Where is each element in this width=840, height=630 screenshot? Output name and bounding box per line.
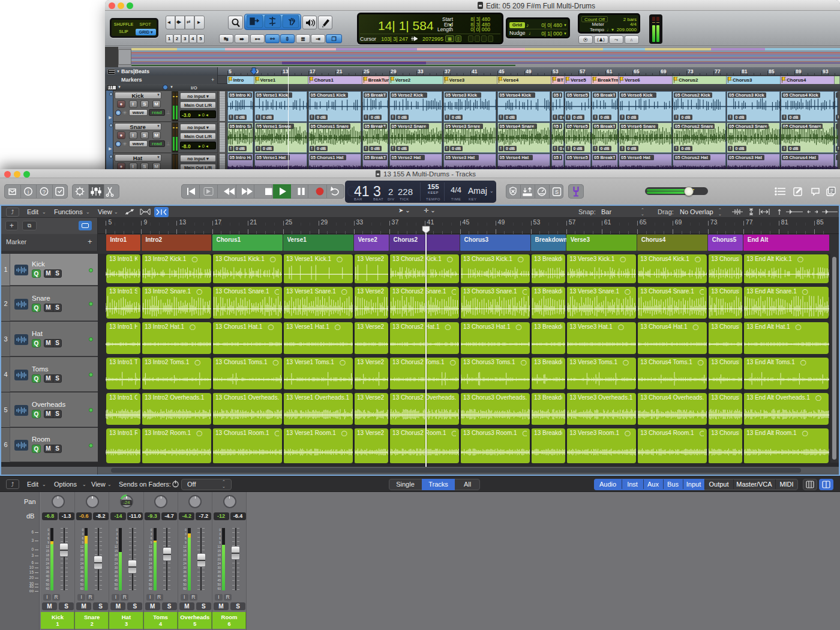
svg-text:i: i	[28, 189, 29, 195]
svg-text:?: ?	[43, 189, 46, 195]
svg-text:S: S	[555, 189, 559, 195]
